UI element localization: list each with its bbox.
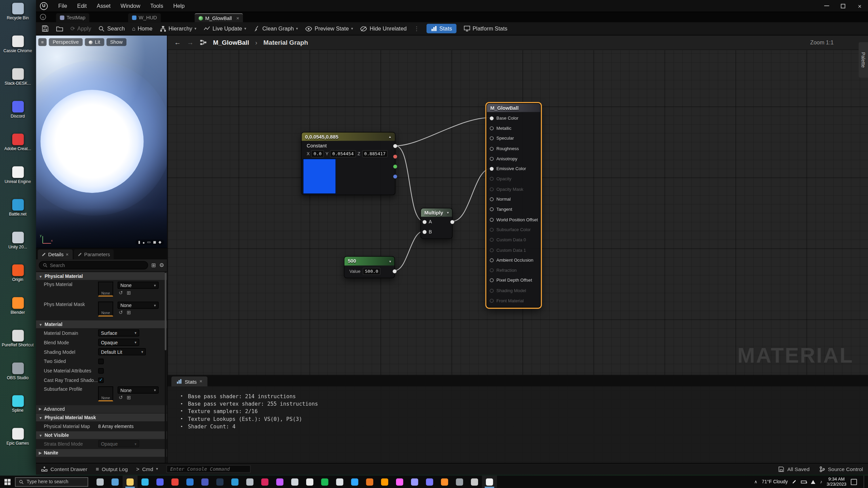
input-pin[interactable] [490,137,493,140]
taskbar-icon[interactable] [407,476,422,488]
taskbar-icon[interactable] [123,476,138,488]
material-input-pin-row[interactable]: Opacity Mask [487,184,540,194]
section-physical-material-mask[interactable]: ▼Physical Material Mask [36,413,167,421]
input-pin[interactable] [490,238,493,242]
use-selected-icon[interactable]: ↺ [119,395,123,400]
tab-parameters[interactable]: Parameters [74,249,114,259]
multiply-node[interactable]: Multiply ▾ A B [420,208,453,239]
input-pin[interactable] [490,187,493,191]
node-header[interactable]: 0,0.0545,0.885 ▲ [302,133,395,141]
tab-whud[interactable]: W_HUD [128,13,161,22]
desktop-icon[interactable]: Cassie Chrome [2,36,34,62]
desktop-icon[interactable]: Blender [2,297,34,323]
node-header[interactable]: M_GlowBall [487,104,540,112]
material-input-pin-row[interactable]: Shading Model [487,286,540,296]
close-icon[interactable]: × [66,252,69,257]
input-pin-b[interactable] [422,230,426,233]
constant-scalar-node[interactable]: 500 ▾ Value 500.0 [344,256,395,278]
taskbar-icon[interactable] [287,476,302,488]
palette-tab[interactable]: Palette [859,42,868,78]
chevron-down-icon[interactable]: ▾ [447,211,449,215]
taskbar-icon[interactable] [197,476,212,488]
asset-thumbnail[interactable]: None [98,282,113,297]
input-pin[interactable] [490,197,493,201]
taskbar-search-input[interactable]: Type here to search [15,477,88,487]
taskbar-icon[interactable] [422,476,437,488]
stats-tab[interactable]: Stats × [171,377,207,386]
taskbar-icon[interactable] [377,476,392,488]
input-pin[interactable] [490,248,493,252]
green-output-pin[interactable] [393,165,397,168]
material-input-pin-row[interactable]: Subsurface Color [487,225,540,235]
cylinder-shape-icon[interactable]: ▮ [138,240,140,244]
input-pin[interactable] [490,228,493,231]
material-input-pin-row[interactable]: Base Color [487,113,540,123]
collapse-icon[interactable]: ▲ [388,135,392,138]
forward-button[interactable]: → [187,39,194,46]
material-input-pin-row[interactable]: Specular [487,134,540,144]
overflow-dots-icon[interactable]: ⋮ [414,25,419,32]
taskbar-clock[interactable]: 9:34 AM 3/23/2023 [827,476,846,487]
material-domain-dropdown[interactable]: Surface▾ [98,329,139,337]
tab-mglowball[interactable]: M_GlowBall × [195,13,243,22]
tab-details[interactable]: Details × [38,249,73,259]
input-pin[interactable] [490,157,493,161]
y-value-field[interactable]: 0.054454 [330,150,356,157]
input-pin[interactable] [490,279,493,282]
minimize-button[interactable] [818,0,835,12]
home-button[interactable]: ⌂ Home [132,25,152,32]
use-material-attributes-checkbox[interactable] [98,368,104,373]
input-pin[interactable] [490,299,493,303]
live-update-button[interactable]: Live Update▾ [204,25,246,32]
section-not-visible[interactable]: ▼Not Visible [36,431,167,439]
start-button[interactable] [0,476,15,488]
taskbar-icon[interactable] [213,476,228,488]
input-pin[interactable] [490,268,493,272]
material-input-pin-row[interactable]: Custom Data 1 [487,245,540,255]
constant-vector-node[interactable]: 0,0.0545,0.885 ▲ Constant X 0.0 Y 0.0544… [301,132,395,195]
output-pin[interactable] [393,144,397,148]
hierarchy-button[interactable]: Hierarchy▾ [160,25,196,32]
unreal-mini-icon[interactable]: u [40,14,46,20]
use-selected-icon[interactable]: ↺ [119,310,123,315]
network-icon[interactable] [811,480,815,484]
battery-icon[interactable] [801,480,807,483]
taskbar-icon[interactable] [138,476,153,488]
cmd-dropdown[interactable]: > Cmd ▾ [136,466,158,472]
taskbar-icon[interactable] [332,476,347,488]
breadcrumb-root[interactable]: M_GlowBall [213,39,249,46]
taskbar-icon[interactable] [182,476,197,488]
subsurface-profile-dropdown[interactable]: None▾ [118,386,159,393]
breadcrumb-page[interactable]: Material Graph [263,39,308,46]
menu-item[interactable]: Help [168,0,190,12]
input-pin[interactable] [490,218,493,221]
custom-shape-icon[interactable]: ◆ [158,240,161,244]
stats-button[interactable]: Stats [427,24,456,33]
taskbar-icon[interactable] [302,476,317,488]
output-log-button[interactable]: ≡ Output Log [96,466,128,472]
save-button[interactable] [42,25,49,32]
input-pin[interactable] [490,147,493,150]
material-input-pin-row[interactable]: Roughness [487,143,540,154]
material-input-pin-row[interactable]: Opacity [487,174,540,184]
input-pin[interactable] [490,116,493,120]
close-icon[interactable]: × [199,379,202,384]
blue-output-pin[interactable] [393,175,397,178]
menu-item[interactable]: Window [116,0,145,12]
input-pin[interactable] [490,177,493,181]
section-physical-material[interactable]: ▼Physical Material [36,272,167,280]
tray-expand-icon[interactable]: ∧ [754,479,757,484]
two-sided-checkbox[interactable] [98,359,104,364]
source-control-button[interactable]: Source Control [819,466,863,472]
taskbar-icon[interactable] [228,476,242,488]
menu-item[interactable]: File [53,0,72,12]
use-selected-icon[interactable]: ↺ [119,290,123,296]
desktop-icon[interactable]: Spline [2,395,34,421]
desktop-icon[interactable]: Discord [2,101,34,127]
volume-icon[interactable]: ♪ [820,479,822,484]
taskbar-icon[interactable] [317,476,332,488]
material-input-pin-row[interactable]: World Position Offset [487,215,540,225]
input-pin-a[interactable] [422,220,426,224]
menu-item[interactable]: Edit [72,0,92,12]
material-input-pin-row[interactable]: Metallic [487,123,540,134]
